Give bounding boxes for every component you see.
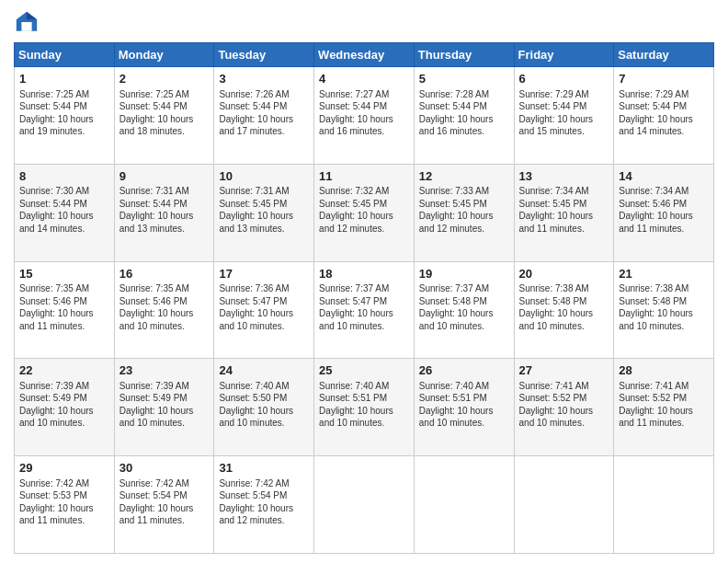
calendar-week-4: 22Sunrise: 7:39 AM Sunset: 5:49 PM Dayli… [15, 359, 714, 456]
day-info: Sunrise: 7:37 AM Sunset: 5:47 PM Dayligh… [319, 282, 409, 332]
calendar-cell [514, 456, 614, 554]
day-number: 19 [419, 266, 509, 282]
day-info: Sunrise: 7:34 AM Sunset: 5:46 PM Dayligh… [619, 185, 709, 235]
page: SundayMondayTuesdayWednesdayThursdayFrid… [0, 0, 728, 563]
day-info: Sunrise: 7:37 AM Sunset: 5:48 PM Dayligh… [419, 282, 509, 332]
calendar-cell: 2Sunrise: 7:25 AM Sunset: 5:44 PM Daylig… [114, 67, 214, 165]
day-number: 4 [319, 71, 409, 87]
day-number: 3 [219, 71, 309, 87]
calendar-week-1: 1Sunrise: 7:25 AM Sunset: 5:44 PM Daylig… [15, 67, 714, 165]
day-number: 15 [19, 266, 109, 282]
calendar-table: SundayMondayTuesdayWednesdayThursdayFrid… [14, 42, 714, 554]
day-info: Sunrise: 7:25 AM Sunset: 5:44 PM Dayligh… [119, 88, 210, 138]
day-number: 30 [119, 460, 210, 477]
calendar-cell: 17Sunrise: 7:36 AM Sunset: 5:47 PM Dayli… [214, 261, 314, 359]
day-info: Sunrise: 7:42 AM Sunset: 5:53 PM Dayligh… [19, 477, 109, 527]
day-number: 28 [619, 362, 709, 379]
weekday-header-tuesday: Tuesday [214, 43, 314, 67]
day-info: Sunrise: 7:36 AM Sunset: 5:47 PM Dayligh… [219, 282, 309, 332]
calendar-cell: 14Sunrise: 7:34 AM Sunset: 5:46 PM Dayli… [614, 164, 714, 261]
day-info: Sunrise: 7:31 AM Sunset: 5:45 PM Dayligh… [219, 185, 309, 235]
day-info: Sunrise: 7:25 AM Sunset: 5:44 PM Dayligh… [19, 88, 109, 138]
calendar-cell: 26Sunrise: 7:40 AM Sunset: 5:51 PM Dayli… [414, 359, 514, 456]
calendar-cell: 20Sunrise: 7:38 AM Sunset: 5:48 PM Dayli… [514, 261, 614, 359]
weekday-header-row: SundayMondayTuesdayWednesdayThursdayFrid… [15, 43, 714, 67]
calendar-week-3: 15Sunrise: 7:35 AM Sunset: 5:46 PM Dayli… [15, 261, 714, 359]
calendar-cell: 15Sunrise: 7:35 AM Sunset: 5:46 PM Dayli… [15, 261, 115, 359]
day-number: 25 [319, 362, 409, 379]
calendar-cell [414, 456, 514, 554]
day-number: 26 [419, 362, 509, 379]
day-info: Sunrise: 7:27 AM Sunset: 5:44 PM Dayligh… [319, 88, 409, 138]
calendar-cell: 24Sunrise: 7:40 AM Sunset: 5:50 PM Dayli… [214, 359, 314, 456]
calendar-cell: 8Sunrise: 7:30 AM Sunset: 5:44 PM Daylig… [15, 164, 115, 261]
calendar-cell: 9Sunrise: 7:31 AM Sunset: 5:44 PM Daylig… [114, 164, 214, 261]
day-info: Sunrise: 7:40 AM Sunset: 5:51 PM Dayligh… [319, 380, 409, 430]
day-info: Sunrise: 7:34 AM Sunset: 5:45 PM Dayligh… [519, 185, 609, 235]
calendar-cell: 19Sunrise: 7:37 AM Sunset: 5:48 PM Dayli… [414, 261, 514, 359]
weekday-header-friday: Friday [514, 43, 614, 67]
svg-marker-1 [27, 12, 37, 19]
calendar-cell: 5Sunrise: 7:28 AM Sunset: 5:44 PM Daylig… [414, 67, 514, 165]
day-number: 20 [519, 266, 609, 282]
calendar-cell: 11Sunrise: 7:32 AM Sunset: 5:45 PM Dayli… [314, 164, 415, 261]
weekday-header-monday: Monday [114, 43, 214, 67]
calendar-cell: 7Sunrise: 7:29 AM Sunset: 5:44 PM Daylig… [614, 67, 714, 165]
day-info: Sunrise: 7:41 AM Sunset: 5:52 PM Dayligh… [619, 380, 709, 430]
day-number: 21 [619, 266, 709, 282]
day-info: Sunrise: 7:32 AM Sunset: 5:45 PM Dayligh… [319, 185, 409, 235]
header [14, 9, 714, 35]
calendar-cell: 23Sunrise: 7:39 AM Sunset: 5:49 PM Dayli… [114, 359, 214, 456]
day-number: 5 [419, 71, 509, 87]
day-info: Sunrise: 7:38 AM Sunset: 5:48 PM Dayligh… [519, 282, 609, 332]
day-number: 8 [19, 168, 109, 185]
day-number: 10 [219, 168, 309, 185]
day-info: Sunrise: 7:31 AM Sunset: 5:44 PM Dayligh… [119, 185, 210, 235]
day-number: 11 [319, 168, 409, 185]
calendar-cell: 3Sunrise: 7:26 AM Sunset: 5:44 PM Daylig… [214, 67, 314, 165]
day-info: Sunrise: 7:35 AM Sunset: 5:46 PM Dayligh… [19, 282, 109, 332]
day-info: Sunrise: 7:30 AM Sunset: 5:44 PM Dayligh… [19, 185, 109, 235]
weekday-header-thursday: Thursday [414, 43, 514, 67]
calendar-cell: 27Sunrise: 7:41 AM Sunset: 5:52 PM Dayli… [514, 359, 614, 456]
svg-rect-2 [21, 22, 31, 31]
logo-icon [14, 9, 40, 35]
calendar-cell: 16Sunrise: 7:35 AM Sunset: 5:46 PM Dayli… [114, 261, 214, 359]
day-info: Sunrise: 7:42 AM Sunset: 5:54 PM Dayligh… [119, 477, 210, 527]
day-number: 13 [519, 168, 609, 185]
weekday-header-saturday: Saturday [614, 43, 714, 67]
calendar-cell: 30Sunrise: 7:42 AM Sunset: 5:54 PM Dayli… [114, 456, 214, 554]
calendar-cell: 12Sunrise: 7:33 AM Sunset: 5:45 PM Dayli… [414, 164, 514, 261]
calendar-cell: 1Sunrise: 7:25 AM Sunset: 5:44 PM Daylig… [15, 67, 115, 165]
day-info: Sunrise: 7:35 AM Sunset: 5:46 PM Dayligh… [119, 282, 210, 332]
weekday-header-sunday: Sunday [15, 43, 115, 67]
day-info: Sunrise: 7:28 AM Sunset: 5:44 PM Dayligh… [419, 88, 509, 138]
calendar-cell: 21Sunrise: 7:38 AM Sunset: 5:48 PM Dayli… [614, 261, 714, 359]
day-info: Sunrise: 7:29 AM Sunset: 5:44 PM Dayligh… [619, 88, 709, 138]
calendar-cell [614, 456, 714, 554]
weekday-header-wednesday: Wednesday [314, 43, 415, 67]
day-info: Sunrise: 7:40 AM Sunset: 5:50 PM Dayligh… [219, 380, 309, 430]
day-number: 31 [219, 460, 309, 477]
day-number: 16 [119, 266, 210, 282]
logo [14, 9, 43, 35]
day-number: 9 [119, 168, 210, 185]
calendar-cell: 28Sunrise: 7:41 AM Sunset: 5:52 PM Dayli… [614, 359, 714, 456]
day-info: Sunrise: 7:41 AM Sunset: 5:52 PM Dayligh… [519, 380, 609, 430]
day-number: 12 [419, 168, 509, 185]
calendar-cell: 10Sunrise: 7:31 AM Sunset: 5:45 PM Dayli… [214, 164, 314, 261]
day-info: Sunrise: 7:42 AM Sunset: 5:54 PM Dayligh… [219, 477, 309, 527]
calendar-week-2: 8Sunrise: 7:30 AM Sunset: 5:44 PM Daylig… [15, 164, 714, 261]
calendar-cell: 31Sunrise: 7:42 AM Sunset: 5:54 PM Dayli… [214, 456, 314, 554]
day-number: 18 [319, 266, 409, 282]
day-number: 22 [19, 362, 109, 379]
day-info: Sunrise: 7:40 AM Sunset: 5:51 PM Dayligh… [419, 380, 509, 430]
calendar-cell: 25Sunrise: 7:40 AM Sunset: 5:51 PM Dayli… [314, 359, 415, 456]
day-number: 23 [119, 362, 210, 379]
day-info: Sunrise: 7:39 AM Sunset: 5:49 PM Dayligh… [19, 380, 109, 430]
calendar-cell: 29Sunrise: 7:42 AM Sunset: 5:53 PM Dayli… [15, 456, 115, 554]
day-number: 7 [619, 71, 709, 87]
calendar-cell: 22Sunrise: 7:39 AM Sunset: 5:49 PM Dayli… [15, 359, 115, 456]
day-number: 14 [619, 168, 709, 185]
day-info: Sunrise: 7:26 AM Sunset: 5:44 PM Dayligh… [219, 88, 309, 138]
